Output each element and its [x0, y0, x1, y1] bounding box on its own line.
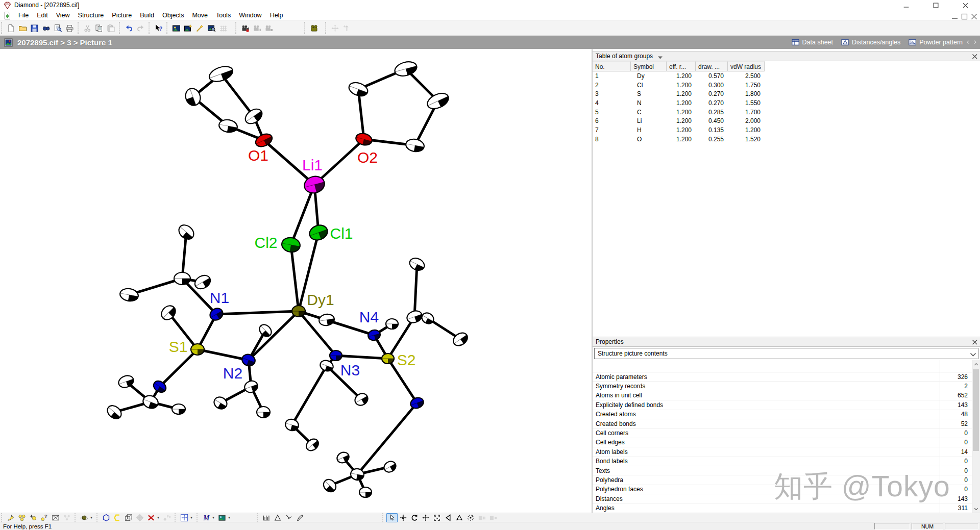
- properties-row[interactable]: Atom labels14: [593, 447, 972, 457]
- properties-row[interactable]: Angles311: [593, 503, 972, 513]
- column-header-symbol[interactable]: Symbol: [631, 61, 667, 71]
- help-pointer-icon[interactable]: ?: [153, 22, 164, 34]
- menu-file[interactable]: File: [14, 11, 33, 20]
- find-picture-icon[interactable]: [206, 22, 217, 34]
- atom-groups-close-icon[interactable]: [971, 53, 978, 60]
- column-header-vdwradius[interactable]: vdW radius: [728, 61, 765, 71]
- spin-mode-icon[interactable]: [465, 513, 476, 522]
- properties-row[interactable]: Distances143: [593, 494, 972, 503]
- scrollbar-thumb[interactable]: [973, 369, 979, 451]
- minimize-button[interactable]: [891, 0, 921, 10]
- save-icon[interactable]: [29, 22, 40, 34]
- rotate-left-icon[interactable]: [443, 513, 454, 522]
- properties-list[interactable]: Atomic parameters326Symmetry records2Ato…: [593, 372, 972, 513]
- bond[interactable]: [249, 311, 299, 360]
- atom-cl1[interactable]: [307, 223, 329, 243]
- measure-mode-dropdown-icon[interactable]: ▾: [212, 515, 216, 520]
- picture-icon[interactable]: [170, 22, 182, 34]
- atom-c28[interactable]: [386, 319, 398, 329]
- menu-view[interactable]: View: [52, 11, 74, 20]
- rotate-z-icon[interactable]: [409, 513, 420, 522]
- bond[interactable]: [198, 349, 249, 360]
- atom-table-column-headers[interactable]: No.Symboleff. r...draw. ...vdW radius: [593, 61, 765, 71]
- atom-c11[interactable]: [192, 273, 213, 292]
- thermal-ellipsoid-dropdown-icon[interactable]: ▾: [90, 515, 94, 520]
- atom-c31[interactable]: [451, 330, 470, 348]
- properties-scrollbar[interactable]: [972, 360, 980, 513]
- bond[interactable]: [291, 245, 299, 311]
- properties-row[interactable]: Created bonds52: [593, 419, 972, 428]
- maximize-button[interactable]: [921, 0, 950, 10]
- properties-row[interactable]: Cell edges0: [593, 438, 972, 447]
- panel-dropdown-icon[interactable]: [656, 53, 662, 59]
- atom-c34[interactable]: [321, 477, 338, 494]
- atoms-cluster-icon[interactable]: [16, 513, 28, 522]
- bond[interactable]: [336, 356, 388, 359]
- properties-row[interactable]: Symmetry records2: [593, 382, 972, 391]
- properties-row[interactable]: Atoms in unit cell652: [593, 391, 972, 400]
- menu-tools[interactable]: Tools: [212, 11, 235, 20]
- menu-picture[interactable]: Picture: [108, 11, 136, 20]
- camera-icon[interactable]: [308, 22, 320, 34]
- structure-svg[interactable]: O1O2Li1Cl2Cl1Dy1N1N2N3N4S1S2: [0, 49, 593, 513]
- angle-measure-icon[interactable]: [272, 513, 283, 522]
- atom-dy1[interactable]: [292, 306, 305, 317]
- blue-ring-icon[interactable]: [101, 513, 112, 522]
- properties-row[interactable]: Polyhedra0: [593, 475, 972, 485]
- open-icon[interactable]: [17, 22, 29, 34]
- atom-c12[interactable]: [119, 287, 139, 302]
- menu-edit[interactable]: Edit: [33, 11, 52, 20]
- properties-row[interactable]: Bond labels0: [593, 457, 972, 466]
- bond[interactable]: [216, 311, 299, 314]
- mdi-minimize-button[interactable]: [950, 12, 957, 19]
- bond[interactable]: [358, 89, 364, 139]
- properties-panel-header[interactable]: Properties: [593, 337, 980, 347]
- structure-picture-pane[interactable]: O1O2Li1Cl2Cl1Dy1N1N2N3N4S1S2: [0, 49, 593, 513]
- atom-c19[interactable]: [212, 395, 229, 411]
- free-sketch-icon[interactable]: [295, 513, 306, 522]
- atom-c35[interactable]: [359, 487, 372, 497]
- atom-c17[interactable]: [172, 404, 185, 414]
- find-icon[interactable]: [40, 22, 52, 34]
- data-sheet-button[interactable]: Data sheet: [792, 38, 833, 46]
- bond[interactable]: [414, 264, 417, 317]
- thermal-ellipsoid-icon[interactable]: [79, 513, 90, 522]
- distance-ruler-icon[interactable]: [261, 513, 272, 522]
- picture-mode-icon[interactable]: [216, 513, 228, 522]
- fit-view-icon[interactable]: [179, 513, 190, 522]
- atom-c20[interactable]: [257, 407, 270, 418]
- menu-help[interactable]: Help: [266, 11, 287, 20]
- atom-c18[interactable]: [243, 379, 259, 394]
- move-xy-icon[interactable]: [398, 513, 409, 522]
- zoom-window-icon[interactable]: [431, 513, 443, 522]
- atom-cl2[interactable]: [281, 236, 301, 254]
- add-atom-icon[interactable]: [28, 513, 39, 522]
- unit-cell-icon[interactable]: [123, 513, 134, 522]
- document-breadcrumb[interactable]: 2072895.cif > 3 > Picture 1: [17, 38, 112, 47]
- print-preview-icon[interactable]: [52, 22, 64, 34]
- atom-table-row[interactable]: 5C1.2000.2851.700: [593, 108, 980, 117]
- properties-close-icon[interactable]: [971, 338, 978, 346]
- scroll-down-icon[interactable]: [972, 504, 980, 513]
- column-header-effr[interactable]: eff. r...: [667, 61, 696, 71]
- bond[interactable]: [221, 74, 254, 116]
- copy-icon[interactable]: [93, 22, 105, 34]
- atom-table-row[interactable]: 1Dy1.2000.5702.500: [593, 71, 980, 81]
- tab-nav-right-icon[interactable]: [972, 38, 978, 46]
- atom-c29[interactable]: [405, 309, 424, 325]
- atom-c16[interactable]: [105, 403, 124, 421]
- destroy-bonds-icon[interactable]: [145, 513, 157, 522]
- select-cursor-icon[interactable]: [386, 513, 398, 522]
- atom-table-body[interactable]: 1Dy1.2000.5702.5002Cl1.2000.3001.7503S1.…: [593, 71, 980, 144]
- column-header-draw[interactable]: draw. ...: [696, 61, 728, 71]
- atom-c5[interactable]: [393, 60, 418, 79]
- menu-structure[interactable]: Structure: [74, 11, 108, 20]
- mdi-restore-button[interactable]: [960, 12, 967, 19]
- bond[interactable]: [160, 349, 198, 387]
- tab-nav-left-icon[interactable]: [966, 38, 972, 46]
- fill-mode-icon[interactable]: [5, 513, 16, 522]
- atom-table-row[interactable]: 2Cl1.2000.3001.750: [593, 81, 980, 90]
- rotate-up-icon[interactable]: [454, 513, 465, 522]
- atom-s1[interactable]: [191, 344, 204, 355]
- mdi-close-button[interactable]: [970, 12, 976, 19]
